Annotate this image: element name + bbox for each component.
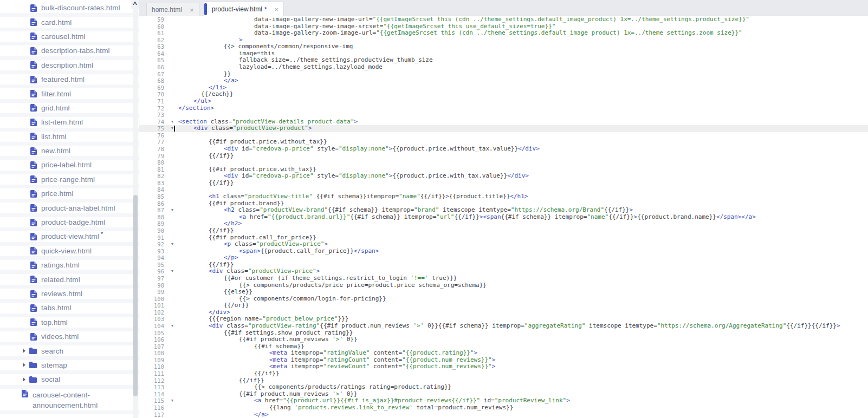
code-line-80[interactable]: 80 [139,159,868,166]
line-number: 110 [139,363,166,370]
code-line-94[interactable]: 94</p> [139,254,868,262]
code-line-78[interactable]: 78<div id="credova-p-price" style="displ… [139,146,868,153]
code-line-83[interactable]: 83{{/if}} [139,180,868,187]
code-line-97[interactable]: 97{{#or customer (if theme_settings.rest… [139,275,868,282]
line-number: 103 [139,316,166,323]
code-line-110[interactable]: 110<meta itemprop="reviewCount" content=… [139,363,868,370]
sidebar-item-product-view[interactable]: product-view.html* [0,231,139,245]
code-line-90[interactable]: 90{{/if}} [139,227,868,234]
code-line-93[interactable]: 93<span>{{product.call_for_price}}</span… [139,248,868,255]
sidebar-item-carousel[interactable]: carousel.html [0,31,139,45]
code-line-111[interactable]: 111{{/if}} [139,370,868,377]
code-line-68[interactable]: 68</a> [139,77,868,84]
code-line-88[interactable]: 88<a href="{{product.brand.url}}"{{#if s… [139,214,868,221]
sidebar-item-list[interactable]: list.html [0,132,139,146]
line-number: 94 [139,254,166,262]
sidebar-item-carousel-content-announcement[interactable]: carousel-content-announcement.html [0,389,139,414]
sidebar-item-price[interactable]: price.html [0,188,139,203]
code-line-63[interactable]: 63{{> components/common/responsive-img [139,43,868,50]
fold-chevron-down-icon[interactable]: ▾ [166,125,178,132]
code-text: <span>{{product.call_for_price}}</span> [178,248,379,255]
code-line-82[interactable]: 82<div id="credova-p-price" style="displ… [139,173,868,180]
scroll-up-icon[interactable]: ^ [131,0,139,9]
sidebar-item-description-tabs[interactable]: description-tabs.html [0,45,139,60]
file-icon [30,76,37,83]
code-line-113[interactable]: 113{{> components/products/ratings ratin… [139,384,868,391]
code-line-70[interactable]: 70{{/each}} [139,91,868,98]
sidebar-item-price-label[interactable]: price-label.html [0,160,139,174]
code-line-109[interactable]: 109<meta itemprop="ratingCount" content=… [139,357,868,364]
code-editor[interactable]: 59data-image-gallery-new-image-url="{{ge… [139,16,868,418]
line-number: 101 [139,302,166,309]
file-name: quick-view.html [41,247,92,255]
sidebar-item-sitemap[interactable]: sitemap [0,360,139,374]
code-line-69[interactable]: 69</li> [139,84,868,92]
sidebar-item-filter[interactable]: filter.html [0,88,139,102]
sidebar-item-videos[interactable]: videos.html [0,331,139,345]
code-line-104[interactable]: 104▾<div class="productView-rating"{{#if… [139,323,868,330]
sidebar-item-top[interactable]: top.html [0,317,139,331]
close-icon[interactable]: × [274,6,278,13]
sidebar-item-new[interactable]: new.html [0,146,139,160]
code-line-71[interactable]: 71</ul> [139,98,868,105]
code-line-106[interactable]: 106{{#if product.num_reviews '>' 0}} [139,336,868,343]
folder-name: sitemap [41,361,67,369]
sidebar-item-quick-view[interactable]: quick-view.html [0,246,139,260]
code-line-99[interactable]: 99{{else}} [139,289,868,296]
sidebar-item-related[interactable]: related.html [0,274,139,288]
sidebar-item-reviews[interactable]: reviews.html [0,289,139,303]
code-line-87[interactable]: 87▾<h2 class="productView-brand"{{#if sc… [139,207,868,214]
sidebar-scrollbar-thumb[interactable] [133,195,138,396]
sidebar-scrollbar[interactable] [133,0,138,418]
code-line-66[interactable]: 66lazyload=../theme_settings.lazyload_mo… [139,64,868,71]
fold-gutter [166,330,178,337]
fold-gutter [166,186,178,193]
fold-chevron-down-icon[interactable]: ▾ [166,268,178,275]
code-line-101[interactable]: 101{{/or}} [139,302,868,309]
fold-chevron-down-icon[interactable]: ▾ [166,397,178,404]
code-line-107[interactable]: 107{{#if schema}} [139,343,868,350]
fold-chevron-down-icon[interactable]: ▾ [166,207,178,214]
sidebar-item-ratings[interactable]: ratings.html [0,260,139,274]
folder-name: social [41,375,60,383]
code-line-61[interactable]: 61data-image-gallery-zoom-image-url="{{g… [139,30,868,37]
sidebar-item-featured[interactable]: featured.html [0,74,139,88]
fold-gutter [166,357,178,364]
sidebar-item-grid[interactable]: grid.html [0,103,139,117]
code-line-117[interactable]: 117</a> [139,412,868,418]
file-name: new.html [41,147,70,155]
sidebar-item-list-item[interactable]: list-item.html [0,117,139,131]
line-number: 116 [139,404,166,412]
close-icon[interactable]: × [190,6,194,14]
sidebar-item-description[interactable]: description.html [0,60,139,74]
chevron-right-icon[interactable] [23,349,25,353]
code-line-108[interactable]: 108<meta itemprop="ratingValue" content=… [139,350,868,357]
code-text: }} [178,71,231,78]
tab-home.html[interactable]: home.html× [146,3,199,16]
code-line-112[interactable]: 112{{/if}} [139,377,868,384]
code-line-89[interactable]: 89</h2> [139,220,868,227]
sidebar-item-price-range[interactable]: price-range.html [0,174,139,188]
chevron-right-icon[interactable] [23,377,25,382]
fold-chevron-down-icon[interactable]: ▾ [166,119,178,126]
code-line-85[interactable]: 85<h1 class="productView-title" {{#if sc… [139,193,868,200]
code-line-75[interactable]: 75▾<div class="productView-product"> [139,125,868,132]
fold-chevron-down-icon[interactable]: ▾ [166,241,178,248]
sidebar-item-card[interactable]: card.html [0,17,139,31]
fold-gutter [166,71,178,78]
line-number: 107 [139,343,166,350]
code-line-72[interactable]: 72</section> [139,105,868,112]
sidebar-item-tabs[interactable]: tabs.html [0,303,139,317]
code-line-67[interactable]: 67}} [139,71,868,78]
sidebar-item-search[interactable]: search [0,345,139,360]
sidebar-item-product-aria-label[interactable]: product-aria-label.html [0,203,139,217]
fold-chevron-down-icon[interactable]: ▾ [166,323,178,330]
file-name: grid.html [41,104,70,112]
tab-product-view.html[interactable]: product-view.html*× [204,2,284,16]
code-line-116[interactable]: 116{{lang 'products.reviews.link_to_revi… [139,404,868,412]
sidebar-item-social[interactable]: social [0,374,139,388]
sidebar-item-product-badge[interactable]: product-badge.html [0,217,139,231]
chevron-right-icon[interactable] [23,363,25,367]
sidebar-item-bulk-discount-rates[interactable]: bulk-discount-rates.html [0,3,139,17]
code-line-79[interactable]: 79{{/if}} [139,153,868,160]
